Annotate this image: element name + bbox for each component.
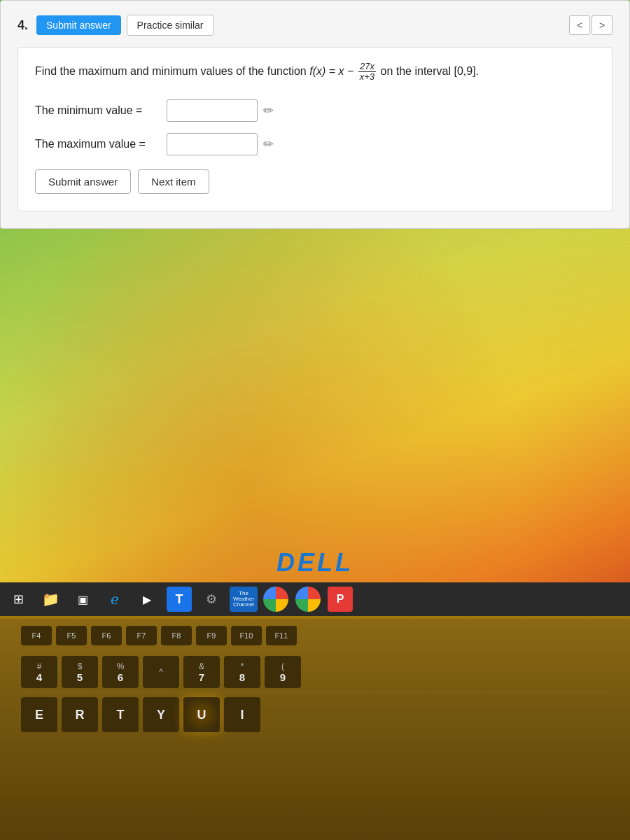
min-label: The minimum value = [35,104,161,117]
chrome-icon-2 [295,587,321,612]
taskbar-file-explorer[interactable]: 📁 [35,585,66,613]
f10-key[interactable]: F10 [231,626,262,645]
practice-similar-button[interactable]: Practice similar [127,15,214,36]
fraction: 27x x+3 [358,62,376,83]
header-row: 4. Submit answer Practice similar < > [18,15,612,36]
key-amp-7[interactable]: & 7 [183,656,220,688]
edge-icon: ℯ [111,591,119,608]
num-key-row: # 4 $ 5 % 6 ^ & 7 * 8 [0,652,630,691]
key-e[interactable]: E [21,697,57,732]
fraction-numerator: 27x [358,62,376,72]
min-value-row: The minimum value = ✏ [35,99,595,122]
f8-key[interactable]: F8 [161,626,192,645]
key-bottom-char: 6 [118,671,123,683]
keyboard-area: F4 F5 F6 F7 F8 F9 F10 F11 # 4 $ 5 % 6 [0,616,630,840]
min-value-input[interactable] [167,99,258,122]
text-editor-icon: T [167,587,192,612]
key-top-char: # [37,662,42,671]
separator-1 [21,650,609,650]
problem-statement: Find the maximum and minimum values of t… [35,62,595,83]
folder-icon: 📁 [42,591,59,608]
key-star-8[interactable]: * 8 [224,656,260,688]
key-paren-9[interactable]: ( 9 [265,656,301,688]
f5-key[interactable]: F5 [56,626,87,645]
taskbar-chrome2[interactable] [293,585,323,613]
taskbar-windows-start[interactable]: ⊞ [3,585,34,613]
p-app-icon: P [328,587,353,612]
task-view-icon: ▣ [78,593,88,606]
key-r[interactable]: R [62,697,98,732]
taskbar-edge[interactable]: ℯ [99,585,130,613]
nav-prev-button[interactable]: < [569,15,590,35]
separator-2 [21,692,609,693]
key-bottom-char: 9 [280,671,286,683]
key-top-char: * [241,662,244,671]
dell-logo-area: DELL [276,548,354,578]
problem-area: Find the maximum and minimum values of t… [18,47,612,211]
alpha-key-row: E R T Y U I [0,694,630,735]
key-u[interactable]: U [183,697,220,732]
key-top-char: & [199,662,204,671]
bottom-buttons: Submit answer Next item [35,169,595,194]
f4-key[interactable]: F4 [21,626,52,645]
taskbar-p-app[interactable]: P [325,585,356,613]
max-value-row: The maximum value = ✏ [35,133,595,155]
key-percent-6[interactable]: % 6 [102,656,139,688]
key-top-char: % [117,662,125,671]
max-value-input[interactable] [167,133,258,155]
statement-prefix: Find the maximum and minimum values of t… [35,65,309,77]
taskbar-chrome1[interactable] [260,585,291,613]
taskbar-text-editor[interactable]: T [164,585,195,613]
function-expr: f(x) = x − 27x x+3 [309,65,380,77]
next-item-button[interactable]: Next item [138,169,209,194]
statement-suffix: on the interval [0,9]. [381,65,479,77]
nav-arrows: < > [569,15,612,35]
taskbar-weather[interactable]: The Weather Channel [228,585,259,613]
key-bottom-char: 8 [239,671,245,683]
pencil-icon-max[interactable]: ✏ [263,136,274,152]
key-top-char: $ [78,662,83,671]
desktop: 4. Submit answer Practice similar < > Fi… [0,0,630,840]
pencil-icon-min[interactable]: ✏ [263,103,274,118]
question-number: 4. [18,18,28,33]
key-bottom-char: 4 [36,671,42,683]
key-caret[interactable]: ^ [143,656,179,688]
taskbar-task-view[interactable]: ▣ [67,585,98,613]
f6-key[interactable]: F6 [91,626,122,645]
taskbar-media[interactable]: ▶ [132,585,162,613]
taskbar-settings[interactable]: ⚙ [196,585,227,613]
settings-icon: ⚙ [206,592,217,607]
dell-logo: DELL [276,548,354,577]
max-label: The maximum value = [35,138,161,150]
f9-key[interactable]: F9 [196,626,227,645]
nav-next-button[interactable]: > [592,15,612,35]
key-t[interactable]: T [102,697,139,732]
fn-key-row: F4 F5 F6 F7 F8 F9 F10 F11 [0,616,630,648]
weather-icon: The Weather Channel [230,587,258,612]
key-bottom-char: 7 [199,671,204,683]
fraction-denominator: x+3 [358,72,376,82]
key-hash-4[interactable]: # 4 [21,656,57,688]
submit-answer-button[interactable]: Submit answer [35,169,131,194]
question-card: 4. Submit answer Practice similar < > Fi… [0,0,630,229]
key-i[interactable]: I [224,697,260,732]
taskbar: ⊞ 📁 ▣ ℯ ▶ T ⚙ The Weather Channel [0,582,630,616]
f11-key[interactable]: F11 [266,626,297,645]
windows-icon: ⊞ [13,592,24,607]
chrome-icon-1 [263,587,288,612]
key-y[interactable]: Y [143,697,179,732]
key-top-char: ^ [159,667,163,677]
media-icon: ▶ [143,593,151,606]
key-top-char: ( [281,662,284,671]
key-bottom-char: 5 [77,671,83,683]
submit-answer-header-button[interactable]: Submit answer [36,15,121,35]
key-dollar-5[interactable]: $ 5 [62,656,98,688]
f7-key[interactable]: F7 [126,626,157,645]
